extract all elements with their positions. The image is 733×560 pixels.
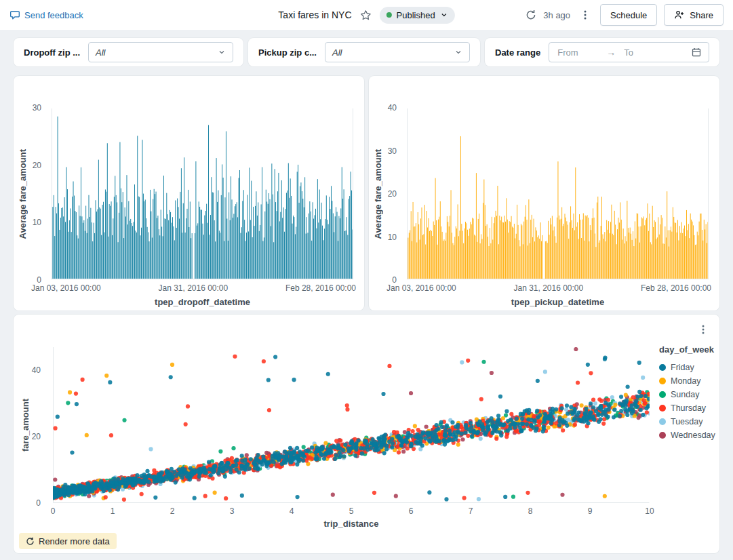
legend-dot [659, 391, 666, 398]
tick-label: 40 [388, 103, 397, 113]
tick-label: 30 [388, 146, 397, 156]
date-to-input[interactable] [622, 47, 684, 58]
published-label: Published [397, 10, 435, 20]
kebab-menu-icon[interactable] [580, 9, 591, 20]
chevron-down-icon [454, 48, 462, 56]
tick-label: 10 [645, 506, 654, 516]
tick-label: Jan 03, 2016 00:00 [31, 283, 101, 293]
tick-label: Feb 28, 2016 00:00 [641, 283, 711, 293]
tick-label: 9 [588, 506, 593, 516]
send-feedback-link[interactable]: Send feedback [24, 10, 83, 20]
dropoff-filter-label: Dropoff zip ... [24, 47, 80, 58]
share-label: Share [690, 10, 713, 20]
x-axis-title: trip_distance [53, 519, 650, 529]
tick-label: Feb 28, 2016 00:00 [285, 283, 356, 293]
date-range-filter-label: Date range [495, 47, 540, 58]
legend-dot [659, 378, 666, 384]
chart-kebab-menu-icon[interactable] [698, 324, 709, 335]
scatter-plot [53, 347, 650, 503]
legend-items: FridayMondaySundayThursdayTuesdayWednesd… [659, 361, 719, 442]
dashboard-title: Taxi fares in NYC [278, 9, 351, 20]
pickup-bar-chart [407, 108, 709, 279]
x-axis-ticks: Jan 03, 2016 00:00Jan 31, 2016 00:00Feb … [387, 283, 711, 293]
render-more-data-button[interactable]: Render more data [19, 533, 117, 549]
legend-item-wednesday[interactable]: Wednesday [659, 428, 719, 442]
tick-label: 0 [36, 498, 41, 508]
tick-label: 2 [170, 506, 175, 516]
legend-item-tuesday[interactable]: Tuesday [659, 415, 719, 428]
legend-dot [659, 405, 666, 412]
legend-label: Friday [671, 363, 694, 372]
legend-dot [659, 432, 666, 439]
dropoff-selected-value: All [96, 47, 105, 58]
legend-item-sunday[interactable]: Sunday [659, 388, 719, 401]
legend-label: Wednesday [671, 431, 715, 440]
chevron-down-icon [218, 48, 226, 56]
dropoff-filter: Dropoff zip ... All [14, 38, 243, 66]
legend-item-friday[interactable]: Friday [659, 361, 719, 374]
date-range-filter: Date range → [485, 38, 719, 66]
tick-label: 20 [32, 432, 41, 441]
x-axis-ticks: 012345678910 [53, 506, 650, 517]
tick-label: Jan 31, 2016 00:00 [158, 283, 228, 293]
arrow-right-icon: → [606, 47, 616, 58]
filter-bar: Dropoff zip ... All Pickup zip c... All … [14, 38, 719, 66]
calendar-icon[interactable] [691, 47, 702, 58]
legend-label: Sunday [671, 390, 699, 399]
share-icon [674, 9, 685, 20]
chevron-down-icon [440, 11, 448, 19]
share-button[interactable]: Share [664, 4, 724, 26]
dashboard-app: Send feedback Taxi fares in NYC Publishe… [0, 0, 733, 560]
legend-dot [659, 364, 666, 371]
tick-label: 10 [388, 233, 397, 242]
refresh-icon [26, 537, 35, 546]
tick-label: 8 [528, 506, 533, 516]
x-axis-title: tpep_pickup_datetime [407, 297, 709, 307]
x-axis-ticks: Jan 03, 2016 00:00Jan 31, 2016 00:00Feb … [31, 283, 356, 293]
dropoff-zip-select[interactable]: All [88, 42, 233, 62]
legend-label: Monday [671, 376, 700, 386]
tick-label: 20 [33, 161, 41, 170]
date-range-input-group[interactable]: → [549, 42, 709, 62]
pickup-zip-select[interactable]: All [325, 42, 470, 62]
last-refreshed: 3h ago [543, 10, 570, 20]
feedback-group: Send feedback [9, 9, 83, 20]
pickup-selected-value: All [332, 47, 342, 58]
legend-label: Tuesday [671, 417, 702, 426]
y-axis-ticks: 3020100 [14, 103, 47, 285]
render-more-label: Render more data [39, 536, 110, 546]
dropoff-bar-chart [52, 108, 353, 279]
y-axis-ticks: 403020100 [369, 103, 403, 285]
legend-item-monday[interactable]: Monday [659, 374, 719, 388]
y-axis-ticks: 02040 [14, 347, 47, 503]
tick-label: Jan 03, 2016 00:00 [387, 283, 456, 293]
pickup-filter: Pickup zip c... All [248, 38, 480, 66]
legend: day_of_week FridayMondaySundayThursdayTu… [659, 344, 719, 442]
legend-dot [659, 418, 666, 425]
top-bar: Send feedback Taxi fares in NYC Publishe… [0, 0, 733, 30]
legend-item-thursday[interactable]: Thursday [659, 401, 719, 415]
schedule-button[interactable]: Schedule [600, 4, 657, 26]
star-icon[interactable] [360, 9, 372, 21]
tick-label: 4 [290, 506, 294, 516]
refresh-icon[interactable] [526, 9, 536, 20]
tick-label: 5 [349, 506, 354, 516]
charts-row: Average fare_amount 3020100 Jan 03, 2016… [14, 76, 719, 311]
dropoff-chart-card: Average fare_amount 3020100 Jan 03, 2016… [14, 76, 364, 311]
tick-label: 6 [409, 506, 414, 516]
published-status-dot [387, 12, 392, 18]
tick-label: 30 [33, 103, 41, 113]
legend-title: day_of_week [659, 344, 719, 355]
published-dropdown[interactable]: Published [380, 7, 455, 24]
x-axis-title: tpep_dropoff_datetime [52, 297, 353, 307]
scatter-chart-card: fare_amount 02040 012345678910 trip_dist… [14, 315, 719, 553]
tick-label: 1 [111, 506, 115, 516]
tick-label: 7 [469, 506, 473, 516]
date-from-input[interactable] [556, 47, 599, 58]
speech-bubble-icon [9, 9, 20, 20]
pickup-filter-label: Pickup zip c... [258, 47, 317, 58]
tick-label: 3 [230, 506, 235, 516]
tick-label: 20 [388, 189, 397, 199]
legend-label: Thursday [671, 403, 706, 413]
title-group: Taxi fares in NYC Published [278, 7, 454, 24]
